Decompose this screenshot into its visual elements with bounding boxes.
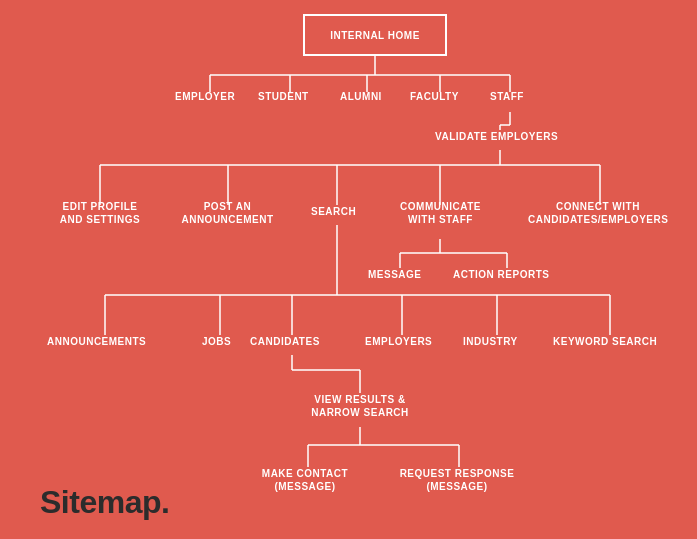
node-staff: STAFF <box>490 90 524 103</box>
node-student: STUDENT <box>258 90 309 103</box>
node-communicate-staff: COMMUNICATEWITH STAFF <box>388 200 493 226</box>
node-post-announcement: POST ANANNOUNCEMENT <box>175 200 280 226</box>
node-make-contact: MAKE CONTACT(MESSAGE) <box>250 467 360 493</box>
sitemap-label: Sitemap. <box>40 484 169 521</box>
node-industry: INDUSTRY <box>463 335 518 348</box>
node-keyword-search: KEYWORD SEARCH <box>553 335 657 348</box>
node-faculty: FACULTY <box>410 90 459 103</box>
node-announcements: ANNOUNCEMENTS <box>47 335 146 348</box>
node-jobs: JOBS <box>202 335 231 348</box>
node-search: SEARCH <box>311 205 356 218</box>
connector-lines <box>0 0 697 539</box>
node-view-results: VIEW RESULTS &NARROW SEARCH <box>298 393 422 419</box>
node-candidates: CANDIDATES <box>250 335 320 348</box>
node-action-reports: ACTION REPORTS <box>453 268 549 281</box>
node-internal-home: INTERNAL HOME <box>303 14 447 56</box>
sitemap-container: INTERNAL HOME EMPLOYER STUDENT ALUMNI FA… <box>0 0 697 539</box>
node-employers: EMPLOYERS <box>365 335 432 348</box>
node-edit-profile: EDIT PROFILEAND SETTINGS <box>55 200 145 226</box>
node-employer: EMPLOYER <box>175 90 235 103</box>
node-request-response: REQUEST RESPONSE(MESSAGE) <box>392 467 522 493</box>
node-validate-employers: VALIDATE EMPLOYERS <box>435 130 558 143</box>
node-connect-candidates: CONNECT WITHCANDIDATES/EMPLOYERS <box>528 200 668 226</box>
node-message: MESSAGE <box>368 268 422 281</box>
node-alumni: ALUMNI <box>340 90 382 103</box>
